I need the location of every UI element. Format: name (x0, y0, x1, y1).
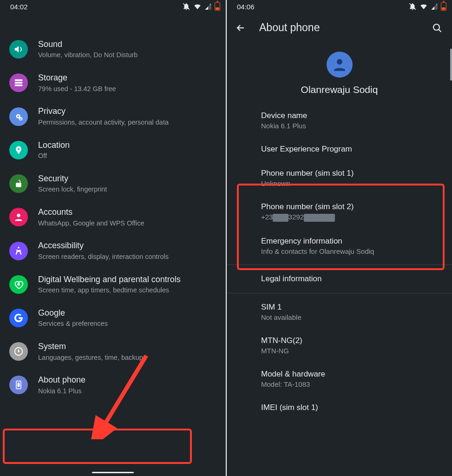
a11y-icon (9, 242, 28, 260)
signal-icon: x (204, 3, 212, 10)
profile-name: Olanrewaju Sodiq (227, 84, 452, 95)
row-title: SIM 1 (261, 303, 441, 312)
about-row-legal-information[interactable]: Legal information (227, 267, 452, 291)
row-title: Phone number (sim slot 1) (261, 169, 441, 178)
row-title: Accounts (38, 207, 217, 218)
svg-rect-3 (15, 82, 23, 84)
settings-row-security[interactable]: SecurityScreen lock, fingerprint (0, 167, 226, 200)
battery-icon (215, 2, 220, 11)
clock: 04:02 (10, 3, 28, 11)
settings-row-accounts[interactable]: AccountsWhatsApp, Google and WPS Office (0, 200, 226, 234)
settings-row-storage[interactable]: Storage79% used - 13.42 GB free (0, 66, 226, 99)
about-row-emergency-information[interactable]: Emergency informationInfo & contacts for… (227, 229, 452, 263)
svg-rect-2 (15, 79, 23, 81)
row-title: Phone number (sim slot 2) (261, 202, 441, 212)
about-row-mtn-ng-2-[interactable]: MTN-NG(2)MTN-NG (227, 329, 452, 362)
row-subtitle: Screen time, app timers, bedtime schedul… (38, 286, 217, 295)
back-button[interactable] (235, 22, 246, 33)
row-subtitle: Languages, gestures, time, backup (38, 353, 217, 362)
wifi-icon (193, 2, 202, 11)
row-subtitle: Volume, vibration, Do Not Disturb (38, 51, 217, 60)
row-title: Security (38, 173, 217, 184)
divider (227, 293, 452, 293)
about-phone-screen: 04:06 x About phone Olanrewaju Sodiq Dev… (226, 0, 452, 476)
security-icon (9, 174, 28, 193)
clock: 04:06 (237, 3, 255, 11)
row-subtitle: WhatsApp, Google and WPS Office (38, 219, 217, 228)
row-subtitle: Nokia 6.1 Plus (261, 122, 441, 130)
settings-row-system[interactable]: SystemLanguages, gestures, time, backup (0, 335, 226, 368)
search-button[interactable] (432, 22, 443, 33)
battery-icon (441, 2, 446, 11)
settings-row-about-phone[interactable]: About phoneNokia 6.1 Plus (0, 368, 226, 402)
about-row-device-name[interactable]: Device nameNokia 6.1 Plus (227, 104, 452, 137)
svg-point-18 (18, 383, 19, 383)
settings-row-digital-wellbeing-and-parental-controls[interactable]: Digital Wellbeing and parental controlsS… (0, 268, 226, 301)
row-subtitle: Screen readers, display, interaction con… (38, 252, 217, 261)
page-title: About phone (259, 21, 419, 34)
profile-section[interactable]: Olanrewaju Sodiq (227, 39, 452, 104)
status-icons: x (408, 2, 446, 11)
svg-point-9 (18, 148, 20, 150)
svg-rect-4 (15, 85, 23, 86)
svg-rect-17 (18, 384, 19, 387)
app-bar: About phone (227, 13, 452, 39)
row-subtitle: Model: TA-1083 (261, 380, 441, 388)
avatar (327, 52, 353, 78)
home-indicator[interactable] (92, 472, 134, 473)
row-title: System (38, 341, 217, 352)
row-title: User Experience Program (261, 145, 441, 154)
about-list[interactable]: Device nameNokia 6.1 PlusUser Experience… (227, 104, 452, 420)
wifi-icon (419, 2, 428, 11)
svg-point-24 (337, 59, 342, 65)
scroll-indicator[interactable] (450, 49, 452, 80)
svg-point-6 (17, 115, 19, 117)
about-row-phone-number-sim-slot-2-[interactable]: Phone number (sim slot 2)+23000032920000… (227, 195, 452, 229)
about-icon (9, 376, 28, 394)
row-subtitle: MTN-NG (261, 347, 441, 355)
settings-row-privacy[interactable]: PrivacyPermissions, account activity, pe… (0, 99, 226, 133)
svg-point-13 (18, 283, 20, 284)
row-title: MTN-NG(2) (261, 336, 441, 345)
settings-row-sound[interactable]: SoundVolume, vibration, Do Not Disturb (0, 33, 226, 66)
row-title: Emergency information (261, 237, 441, 246)
settings-list[interactable]: SoundVolume, vibration, Do Not DisturbSt… (0, 13, 226, 402)
dnd-off-icon (408, 2, 417, 11)
row-subtitle: Not available (261, 313, 441, 321)
svg-point-15 (18, 351, 19, 352)
divider (227, 264, 452, 265)
about-row-imei-sim-slot-1-[interactable]: IMEI (sim slot 1) (227, 396, 452, 420)
row-title: Storage (38, 73, 217, 83)
status-bar: 04:02 x (0, 0, 226, 13)
row-title: Google (38, 308, 217, 318)
status-icons: x (182, 2, 220, 11)
row-title: Legal information (261, 274, 441, 284)
row-title: Privacy (38, 106, 217, 117)
settings-screen: 04:02 x SoundVolume, vibration, Do Not D… (0, 0, 226, 476)
row-subtitle: Nokia 6.1 Plus (38, 387, 217, 396)
about-row-model-hardware[interactable]: Model & hardwareModel: TA-1083 (227, 362, 452, 396)
row-title: Location (38, 140, 217, 151)
storage-icon (9, 73, 28, 92)
svg-rect-8 (20, 118, 21, 119)
row-subtitle: +230000329200000000 (261, 213, 441, 222)
svg-text:x: x (210, 3, 211, 6)
location-icon (9, 141, 28, 159)
about-row-phone-number-sim-slot-1-[interactable]: Phone number (sim slot 1)Unknown (227, 161, 452, 195)
dnd-off-icon (182, 2, 190, 11)
settings-row-location[interactable]: LocationOff (0, 133, 226, 167)
highlight-about-phone (3, 429, 192, 464)
row-subtitle: Permissions, account activity, personal … (38, 118, 217, 127)
row-subtitle: Info & contacts for Olanrewaju Sodiq (261, 247, 441, 255)
row-title: Device name (261, 111, 441, 120)
row-subtitle: Screen lock, fingerprint (38, 185, 217, 194)
row-subtitle: 79% used - 13.42 GB free (38, 85, 217, 93)
wellbeing-icon (9, 275, 28, 294)
settings-row-google[interactable]: GoogleServices & preferences (0, 301, 226, 335)
system-icon (9, 342, 28, 361)
about-row-user-experience-program[interactable]: User Experience Program (227, 137, 452, 161)
row-subtitle: Off (38, 152, 217, 160)
about-row-sim-1[interactable]: SIM 1Not available (227, 295, 452, 329)
settings-row-accessibility[interactable]: AccessibilityScreen readers, display, in… (0, 234, 226, 267)
svg-point-11 (17, 214, 20, 217)
